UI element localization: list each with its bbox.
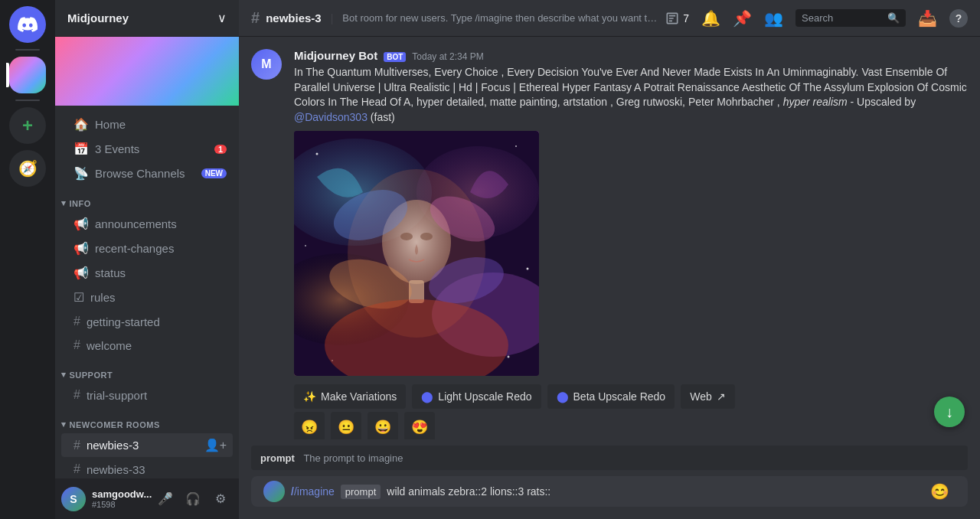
channel-item-getting-started[interactable]: # getting-started	[61, 310, 233, 333]
image-svg	[294, 131, 539, 376]
speed-tag: (fast)	[371, 111, 395, 123]
channel-item-welcome[interactable]: # welcome	[61, 334, 233, 357]
discord-icon[interactable]	[9, 6, 46, 43]
prompt-description: The prompt to imagine	[303, 452, 403, 464]
channel-sidebar: Midjourney ∨ 🏠 Home 📅 3 Events 1 📡 Brows…	[55, 0, 239, 519]
external-link-icon: ↗	[717, 390, 726, 403]
pin-icon[interactable]: 📌	[733, 9, 752, 28]
svg-point-14	[316, 153, 318, 155]
reaction-angry[interactable]: 😠	[294, 412, 325, 439]
channel-list: 🏠 Home 📅 3 Events 1 📡 Browse Channels NE…	[55, 106, 239, 478]
inbox-icon[interactable]: 📥	[918, 9, 937, 28]
home-label: Home	[95, 118, 126, 131]
hyper-realism-text: hyper realism	[783, 96, 848, 108]
channel-item-newbies-33[interactable]: # newbies-33	[61, 458, 233, 478]
reaction-happy[interactable]: 😀	[368, 412, 398, 439]
megaphone-icon: 📢	[74, 217, 89, 231]
server-banner	[55, 37, 239, 106]
help-icon[interactable]: ?	[949, 9, 968, 28]
action-buttons: ✨ Make Variations ⬤ Light Upscale Redo ⬤…	[294, 384, 968, 409]
make-variations-button[interactable]: ✨ Make Variations	[294, 384, 406, 409]
browse-channels-label: Browse Channels	[95, 167, 185, 180]
channel-item-recent-changes[interactable]: 📢 recent-changes	[61, 237, 233, 260]
add-server-button[interactable]: +	[9, 107, 46, 144]
message-input-field[interactable]	[387, 476, 918, 507]
section-header-support[interactable]: ▾ SUPPORT	[55, 357, 239, 383]
midjourney-icon[interactable]	[9, 57, 46, 93]
message-author: Midjourney Bot	[294, 49, 377, 62]
svg-point-16	[305, 245, 306, 246]
message-time: Today at 2:34 PM	[412, 51, 483, 62]
channel-label: announcements	[95, 217, 177, 230]
channel-item-status[interactable]: 📢 status	[61, 261, 233, 285]
input-area: //imagine prompt 😊	[239, 476, 980, 519]
events-count-badge: 1	[214, 145, 227, 154]
channel-label-newbies3: newbies-3	[87, 439, 139, 452]
svg-point-17	[527, 268, 529, 270]
svg-point-8	[420, 233, 433, 240]
message-text: In The Quantum Multiverses, Every Choice…	[294, 65, 968, 125]
mute-button[interactable]: 🎤	[153, 487, 178, 511]
beta-upscale-label: Beta Upscale Redo	[573, 390, 666, 403]
main-content: # newbies-3 | Bot room for new users. Ty…	[239, 0, 980, 519]
channel-label: rules	[90, 291, 116, 304]
light-upscale-redo-button[interactable]: ⬤ Light Upscale Redo	[412, 384, 541, 409]
channel-item-rules[interactable]: ☑ rules	[61, 286, 233, 309]
notification-bell-icon[interactable]: 🔔	[701, 9, 720, 28]
user-controls: 🎤 🎧 ⚙	[153, 487, 233, 511]
channel-item-announcements[interactable]: 📢 announcements	[61, 212, 233, 236]
search-icon: 🔍	[887, 12, 900, 24]
user-avatar: S	[61, 487, 86, 511]
threads-icon[interactable]: 7	[665, 11, 689, 26]
web-label: Web	[690, 390, 712, 403]
beta-upscale-icon: ⬤	[557, 390, 569, 403]
chevron-down-icon: ∨	[217, 11, 227, 25]
topbar-separator: |	[331, 12, 334, 24]
message-header: Midjourney Bot BOT Today at 2:34 PM	[294, 49, 968, 62]
reaction-neutral[interactable]: 😐	[331, 412, 361, 439]
server-header[interactable]: Midjourney ∨	[55, 0, 239, 37]
message-input-container: //imagine prompt 😊	[251, 476, 968, 507]
variations-icon: ✨	[303, 390, 316, 403]
prompt-label: prompt The prompt to imagine	[260, 452, 403, 464]
channel-label: trial-support	[87, 389, 147, 402]
sidebar-item-browse-channels[interactable]: 📡 Browse Channels NEW	[61, 162, 233, 185]
hash-icon-5: #	[74, 462, 80, 476]
reaction-love[interactable]: 😍	[404, 412, 435, 439]
light-upscale-icon: ⬤	[421, 390, 433, 403]
channel-item-newbies-3[interactable]: # newbies-3 👤+	[61, 433, 233, 457]
topbar-hash-icon: #	[251, 9, 260, 27]
hash-icon-4: #	[74, 439, 80, 452]
section-label-support: SUPPORT	[70, 370, 113, 380]
events-label: 3 Events	[95, 142, 139, 155]
upscale-info: - Upscaled by	[851, 96, 916, 108]
ai-generated-image[interactable]	[294, 131, 539, 376]
megaphone-icon-2: 📢	[74, 241, 89, 256]
section-header-info[interactable]: ▾ INFO	[55, 186, 239, 211]
members-icon[interactable]: 👥	[764, 9, 783, 28]
topbar-description: Bot room for new users. Type /imagine th…	[342, 12, 658, 24]
sidebar-item-home[interactable]: 🏠 Home	[61, 113, 233, 136]
midjourney-server-icon[interactable]	[9, 57, 46, 93]
beta-upscale-redo-button[interactable]: ⬤ Beta Upscale Redo	[547, 384, 675, 409]
section-header-newcomer-rooms[interactable]: ▾ NEWCOMER ROOMS	[55, 407, 239, 432]
input-avatar	[263, 481, 285, 502]
discord-home-button[interactable]	[9, 6, 46, 43]
prompt-info-area: prompt The prompt to imagine	[251, 446, 968, 470]
prompt-keyword: prompt	[260, 452, 295, 464]
home-icon: 🏠	[74, 117, 89, 132]
add-member-icon[interactable]: 👤+	[204, 438, 227, 452]
sidebar-item-events[interactable]: 📅 3 Events 1	[61, 137, 233, 161]
search-bar[interactable]: Search 🔍	[795, 9, 906, 27]
explore-servers-button[interactable]: 🧭	[9, 150, 46, 187]
user-info: samgoodw... #1598	[92, 488, 147, 509]
web-button[interactable]: Web ↗	[681, 384, 735, 409]
channel-label: getting-started	[87, 315, 160, 328]
emoji-picker-button[interactable]: 😊	[924, 476, 956, 507]
member-count: 7	[683, 12, 689, 24]
deafen-button[interactable]: 🎧	[181, 487, 205, 511]
checkbox-icon: ☑	[74, 290, 84, 305]
channel-item-trial-support[interactable]: # trial-support	[61, 384, 233, 406]
settings-button[interactable]: ⚙	[208, 487, 233, 511]
scroll-to-bottom-button[interactable]: ↓	[934, 397, 965, 427]
